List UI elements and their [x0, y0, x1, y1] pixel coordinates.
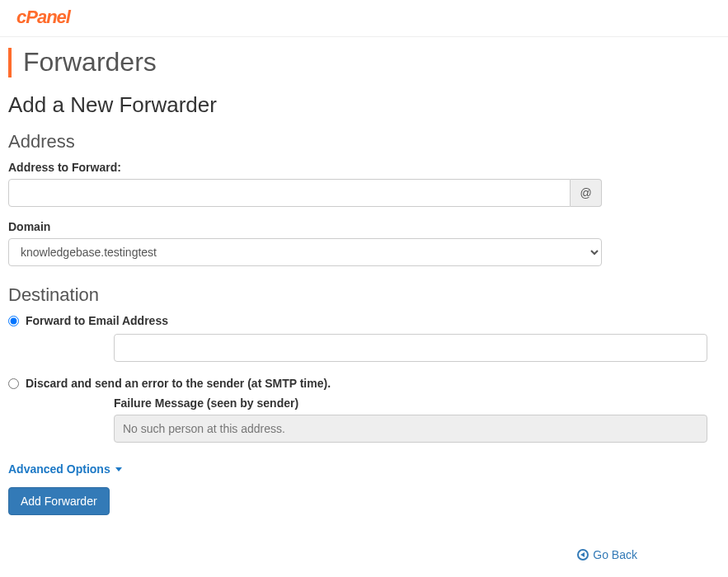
failure-message-input [114, 415, 707, 443]
failure-wrap: Failure Message (seen by sender) [114, 396, 720, 443]
page-title-wrap: Forwarders [8, 47, 720, 77]
top-bar: cPanel [0, 0, 728, 37]
arrow-left-circle-icon [577, 549, 589, 561]
forward-email-wrap [114, 334, 720, 362]
address-input[interactable] [8, 179, 571, 207]
domain-field-row: Domain knowledgebase.testingtest [8, 220, 720, 266]
discard-radio-row: Discard and send an error to the sender … [8, 377, 720, 390]
advanced-options-label: Advanced Options [8, 462, 110, 476]
forward-radio-row: Forward to Email Address [8, 314, 720, 327]
domain-select[interactable]: knowledgebase.testingtest [8, 238, 602, 266]
discard-radio[interactable] [8, 378, 19, 389]
address-field-row: Address to Forward: @ [8, 161, 720, 207]
go-back-wrap: Go Back [8, 548, 720, 563]
address-input-group: @ [8, 179, 602, 207]
advanced-options-toggle[interactable]: Advanced Options [8, 462, 122, 476]
destination-heading: Destination [8, 284, 720, 306]
go-back-link[interactable]: Go Back [577, 548, 637, 561]
caret-down-icon [115, 467, 122, 471]
address-heading: Address [8, 131, 720, 152]
forward-radio[interactable] [8, 316, 19, 326]
content-area: Forwarders Add a New Forwarder Address A… [0, 37, 728, 577]
subheading: Add a New Forwarder [8, 92, 720, 118]
page-title: Forwarders [23, 47, 157, 77]
discard-radio-label: Discard and send an error to the sender … [26, 377, 331, 390]
failure-label: Failure Message (seen by sender) [114, 396, 720, 410]
forward-radio-label: Forward to Email Address [26, 314, 168, 327]
forward-email-input[interactable] [114, 334, 707, 362]
at-addon: @ [571, 179, 602, 207]
cpanel-logo: cPanel [16, 7, 70, 27]
domain-label: Domain [8, 220, 720, 233]
add-forwarder-button[interactable]: Add Forwarder [8, 487, 110, 515]
title-accent-bar [8, 48, 12, 77]
address-label: Address to Forward: [8, 161, 720, 174]
go-back-label: Go Back [593, 548, 637, 561]
